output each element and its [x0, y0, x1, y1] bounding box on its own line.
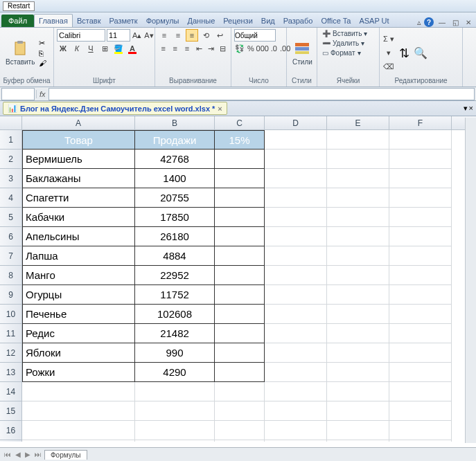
increase-font-icon[interactable]: A▴: [132, 29, 142, 42]
cell[interactable]: [389, 440, 452, 442]
currency-icon[interactable]: 💱: [234, 42, 245, 55]
cut-icon[interactable]: ✂: [39, 39, 46, 48]
cell[interactable]: [265, 382, 327, 401]
cell[interactable]: [135, 382, 215, 401]
sheet-nav-last-icon[interactable]: ⏭: [33, 451, 43, 458]
row-header[interactable]: 14: [0, 382, 22, 401]
tab-asap[interactable]: ASAP Ut: [355, 15, 393, 27]
align-center-icon[interactable]: ≡: [170, 42, 180, 55]
cell[interactable]: Яблоки: [22, 343, 135, 363]
orientation-icon[interactable]: ⟲: [200, 29, 212, 42]
row-header[interactable]: 9: [0, 285, 22, 305]
increase-decimal-icon[interactable]: .0: [270, 42, 278, 55]
cell[interactable]: 26180: [135, 227, 215, 246]
column-header[interactable]: D: [265, 116, 327, 129]
cell[interactable]: [389, 421, 452, 440]
select-all-corner[interactable]: [0, 116, 22, 129]
cell[interactable]: 22952: [135, 266, 215, 285]
cell[interactable]: [135, 421, 215, 440]
cell[interactable]: Баклажаны: [22, 169, 135, 188]
cell[interactable]: [215, 150, 265, 169]
cell[interactable]: [22, 440, 135, 442]
row-header[interactable]: 5: [0, 208, 22, 227]
cell[interactable]: [135, 440, 215, 442]
cell[interactable]: [265, 324, 327, 343]
cell[interactable]: 42768: [135, 150, 215, 169]
underline-button[interactable]: Ч: [85, 42, 97, 55]
cell[interactable]: [265, 343, 327, 363]
row-header[interactable]: 4: [0, 188, 22, 208]
tab-developer[interactable]: Разрабо: [279, 15, 317, 27]
column-header[interactable]: E: [327, 116, 389, 129]
cell[interactable]: [215, 285, 265, 305]
cell[interactable]: [327, 343, 389, 363]
cell[interactable]: [389, 285, 452, 305]
percent-icon[interactable]: %: [247, 42, 255, 55]
cell[interactable]: [265, 227, 327, 246]
column-header[interactable]: B: [135, 116, 215, 129]
align-top-icon[interactable]: ≡: [158, 29, 170, 42]
cell[interactable]: [215, 343, 265, 363]
tab-data[interactable]: Данные: [184, 15, 220, 27]
row-header[interactable]: 6: [0, 227, 22, 246]
italic-button[interactable]: К: [71, 42, 83, 55]
cell[interactable]: [215, 324, 265, 343]
close-tab-icon[interactable]: ×: [218, 105, 222, 113]
ribbon-minimize-icon[interactable]: ▵: [417, 18, 421, 27]
cell[interactable]: [215, 401, 265, 421]
cell[interactable]: [215, 169, 265, 188]
align-left-icon[interactable]: ≡: [158, 42, 168, 55]
wrap-text-icon[interactable]: ↩: [213, 29, 226, 42]
cell[interactable]: [327, 169, 389, 188]
cell[interactable]: Манго: [22, 266, 135, 285]
row-header[interactable]: 11: [0, 324, 22, 343]
cell[interactable]: Рожки: [22, 363, 135, 382]
formula-input[interactable]: [49, 88, 475, 100]
cell[interactable]: Лапша: [22, 246, 135, 266]
sort-filter-icon[interactable]: ⇅: [399, 46, 409, 61]
cell[interactable]: [327, 421, 389, 440]
format-cells-button[interactable]: ▭Формат ▾: [320, 48, 376, 57]
font-size-select[interactable]: [107, 29, 130, 42]
cell[interactable]: [327, 305, 389, 324]
cell[interactable]: [327, 188, 389, 208]
cells-area[interactable]: ТоварПродажи15%Вермишель42768Баклажаны14…: [22, 130, 476, 442]
cell[interactable]: [389, 150, 452, 169]
window-restore-icon[interactable]: ◱: [450, 19, 461, 26]
row-header[interactable]: 3: [0, 169, 22, 188]
cell[interactable]: [215, 188, 265, 208]
window-close-icon[interactable]: ✕: [464, 19, 473, 26]
paste-button[interactable]: Вставить: [3, 39, 37, 67]
cell[interactable]: [265, 130, 327, 150]
border-button[interactable]: ⊞: [98, 42, 111, 55]
cell[interactable]: [265, 188, 327, 208]
cell[interactable]: [215, 208, 265, 227]
document-tab[interactable]: 📊 Блог на Яндекс.Дзен Самоучитель excel …: [3, 102, 227, 115]
cell[interactable]: [215, 266, 265, 285]
number-format-select[interactable]: [234, 29, 276, 42]
bold-button[interactable]: Ж: [57, 42, 69, 55]
row-header[interactable]: 2: [0, 150, 22, 169]
sheet-nav-prev-icon[interactable]: ◀: [14, 451, 22, 458]
insert-cells-button[interactable]: ➕Вставить ▾: [320, 29, 376, 38]
cell[interactable]: [22, 401, 135, 421]
cell[interactable]: [389, 130, 452, 150]
column-header[interactable]: A: [22, 116, 135, 129]
cell[interactable]: [389, 246, 452, 266]
styles-button[interactable]: Стили: [290, 39, 315, 67]
cell[interactable]: [265, 305, 327, 324]
font-color-button[interactable]: A: [126, 42, 139, 55]
cell[interactable]: 21482: [135, 324, 215, 343]
cell[interactable]: [22, 382, 135, 401]
cell[interactable]: [327, 150, 389, 169]
cell[interactable]: [215, 227, 265, 246]
cell[interactable]: [327, 324, 389, 343]
cell[interactable]: [327, 285, 389, 305]
cell[interactable]: [215, 421, 265, 440]
cell[interactable]: [265, 285, 327, 305]
cell[interactable]: [389, 227, 452, 246]
merge-icon[interactable]: ⊟: [218, 42, 228, 55]
find-icon[interactable]: 🔍: [414, 46, 427, 60]
tab-insert[interactable]: Вставк: [73, 15, 105, 27]
cell[interactable]: [327, 208, 389, 227]
